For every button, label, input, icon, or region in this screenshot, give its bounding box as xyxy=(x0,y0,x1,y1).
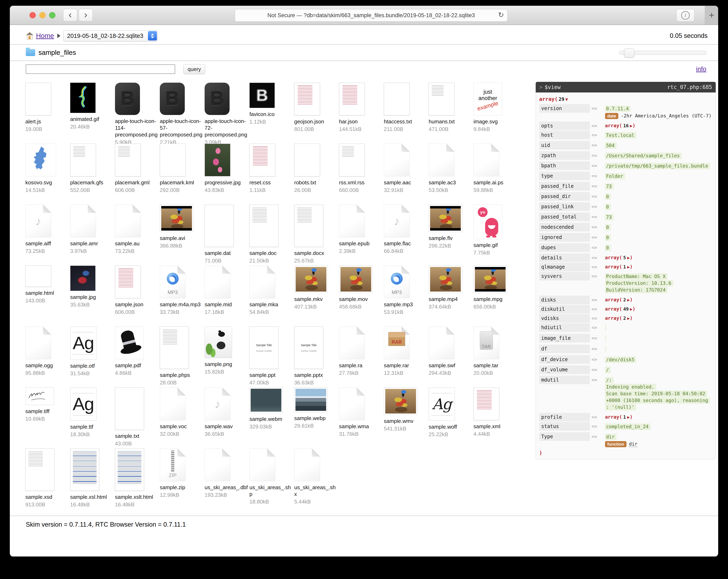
query-button[interactable]: query xyxy=(183,64,205,74)
file-item[interactable]: Bapple-touch-icon-72-precomposed.png3.09… xyxy=(205,83,248,143)
file-item[interactable]: sample.mp4374.64kB xyxy=(428,266,472,326)
file-item[interactable]: sample.ac353.50kB xyxy=(428,143,472,205)
file-item[interactable]: sample.doc21.50kB xyxy=(250,205,293,266)
file-item[interactable]: sample.epub2.39kB xyxy=(339,205,383,266)
new-tab-button[interactable]: + xyxy=(705,6,718,25)
file-item[interactable]: sample.jpg35.63kB xyxy=(70,266,113,326)
file-item[interactable]: har.json144.51kB xyxy=(339,83,383,143)
file-item[interactable]: sample.flv296.22kB xyxy=(428,205,472,266)
file-item[interactable]: Sample TitleSample Subtitlesample.ppt47.… xyxy=(250,326,293,388)
file-item[interactable]: reset.css1.11kB xyxy=(250,143,293,205)
home-link[interactable]: Home xyxy=(36,32,54,40)
file-item[interactable]: animated.gif20.46kB xyxy=(70,83,113,143)
file-item[interactable]: Sample TitleSample Subtitlesample.pptx36… xyxy=(294,326,338,388)
file-item[interactable]: sample.docx25.67kB xyxy=(294,205,338,266)
back-button[interactable]: ‹ xyxy=(63,9,77,21)
file-item[interactable]: sample.avi366.88kB xyxy=(160,205,203,266)
file-item[interactable]: ZIPsample.zip12.99kB xyxy=(160,448,203,509)
file-item[interactable]: TARsample.tar20.00kB xyxy=(473,326,517,388)
file-item[interactable]: alert.js19.00B xyxy=(25,83,69,143)
file-item[interactable]: sample.amr3.97kB xyxy=(70,205,113,266)
file-item[interactable]: MP3sample.m4a.mp333.73kB xyxy=(160,266,203,326)
file-item[interactable]: sample.json606.00B xyxy=(115,266,158,326)
reload-icon[interactable]: ↻ xyxy=(498,11,504,19)
file-item[interactable]: sample.au73.22kB xyxy=(115,205,158,266)
file-item[interactable]: sample.swf294.43kB xyxy=(428,326,472,388)
file-item[interactable]: sample.png15.82kB xyxy=(205,326,248,388)
file-item[interactable]: sample.wmv541.31kB xyxy=(384,388,427,448)
info-link[interactable]: info xyxy=(696,65,706,73)
file-item[interactable]: ♪sample.wav36.65kB xyxy=(205,388,248,448)
file-item[interactable]: humans.txt471.00B xyxy=(428,83,472,143)
file-item[interactable]: geojson.json801.00B xyxy=(294,83,338,143)
file-item[interactable]: sample.xslt.html16.48kB xyxy=(115,448,158,509)
file-item[interactable]: sample.webm329.03kB xyxy=(250,388,293,448)
minimize-window-button[interactable] xyxy=(39,12,46,19)
zoom-window-button[interactable] xyxy=(49,12,55,19)
file-item[interactable]: sample.mka54.84kB xyxy=(250,266,293,326)
array-toggle[interactable]: array(2▶) xyxy=(605,297,633,302)
file-item[interactable]: sample.ra27.76kB xyxy=(339,326,383,388)
array-toggle[interactable]: array(2▶) xyxy=(605,315,633,321)
file-item[interactable]: sample.mpg656.00kB xyxy=(473,266,517,326)
file-item[interactable]: rss.xml.rss660.00B xyxy=(339,143,383,205)
file-item[interactable]: sample.pdf4.86kB xyxy=(115,326,158,388)
file-item[interactable]: sample.tiff10.69kB xyxy=(25,388,69,448)
file-item[interactable]: us_ski_areas_.shx5.44kB xyxy=(294,448,338,509)
close-window-button[interactable] xyxy=(29,12,36,19)
file-item[interactable]: sample.webp29.61kB xyxy=(294,388,338,448)
file-item[interactable]: kosovo.svg14.51kB xyxy=(25,143,69,205)
array-toggle[interactable]: array(1▶) xyxy=(605,414,633,420)
array-toggle[interactable]: array(1▶) xyxy=(605,264,633,269)
file-item[interactable]: placemark.gml606.00B xyxy=(115,143,158,205)
file-item[interactable]: sample.voc32.00kB xyxy=(160,388,203,448)
file-item[interactable]: sample.html143.00B xyxy=(25,266,69,326)
array-toggle[interactable]: array(49▶) xyxy=(605,306,635,312)
file-item[interactable]: Bapple-touch-icon-57-precomposed.png2.21… xyxy=(160,83,203,143)
file-item[interactable]: justanotherexampleimage.svg9.84kB xyxy=(473,83,517,143)
file-item[interactable]: placemark.kml292.00B xyxy=(160,143,203,205)
file-item[interactable]: sample.xml4.44kB xyxy=(473,388,517,448)
file-thumbnail xyxy=(473,143,499,176)
file-item[interactable]: Agsample.otf31.54kB xyxy=(70,326,113,388)
file-item[interactable]: placemark.gfs552.00B xyxy=(70,143,113,205)
file-item[interactable]: Agsample.ttf18.30kB xyxy=(70,388,113,448)
file-item[interactable]: us_ski_areas_.dbf193.23kB xyxy=(205,448,248,509)
file-item[interactable]: Agsample.woff25.22kB xyxy=(428,388,472,448)
array-toggle[interactable]: array(5▶) xyxy=(605,255,633,260)
file-item[interactable]: sample.phps28.00B xyxy=(160,326,203,388)
file-item[interactable]: progressive.jpg43.83kB xyxy=(205,143,248,205)
file-item[interactable]: us_ski_areas_.shp18.80kB xyxy=(250,448,293,509)
file-item[interactable]: ♪sample.aiff73.25kB xyxy=(25,205,69,266)
file-item[interactable]: sample.xsd913.00B xyxy=(25,448,69,509)
collapse-triangle-icon[interactable]: ▼ xyxy=(565,97,568,102)
file-item[interactable]: yosample.gif7.75kB xyxy=(473,205,517,266)
forward-button[interactable]: › xyxy=(79,9,93,21)
file-item[interactable]: sample.mkv407.13kB xyxy=(294,266,338,326)
file-item[interactable]: MP3sample.mp353.91kB xyxy=(384,266,427,326)
file-item[interactable]: sample.wma31.76kB xyxy=(339,388,383,448)
thumbnail-size-slider[interactable] xyxy=(619,49,707,56)
file-item[interactable]: RARsample.rar12.31kB xyxy=(384,326,427,388)
file-item[interactable]: sample.ogg95.88kB xyxy=(25,326,69,388)
address-bar[interactable]: Not Secure — ?db=data/skim/663_sample_fi… xyxy=(235,9,508,22)
array-toggle[interactable]: array(16▶) xyxy=(605,123,635,128)
file-item[interactable]: sample.mov458.68kB xyxy=(339,266,383,326)
expand-triangle-icon: ▶ xyxy=(627,297,630,302)
file-item[interactable]: sample.dat71.00B xyxy=(205,205,248,266)
database-select[interactable]: 2019-05-18_02-18-22.sqlite3 xyxy=(63,30,158,41)
file-size: 73.22kB xyxy=(115,248,158,254)
file-item[interactable]: Bfavicon.ico1.12kB xyxy=(250,83,293,143)
file-item[interactable]: robots.txt26.00B xyxy=(294,143,338,205)
slider-thumb[interactable] xyxy=(624,48,634,58)
file-item[interactable]: ♪sample.flac66.84kB xyxy=(384,205,427,266)
query-input[interactable] xyxy=(26,64,175,74)
file-item[interactable]: Bapple-touch-icon-114-precomposed.png5.9… xyxy=(115,83,158,143)
info-button[interactable]: i xyxy=(676,9,695,22)
file-item[interactable]: sample.txt43.00B xyxy=(115,388,158,448)
file-item[interactable]: sample.xsl.html16.48kB xyxy=(70,448,113,509)
file-item[interactable]: sample.mid17.18kB xyxy=(205,266,248,326)
file-item[interactable]: sample.ai.ps59.88kB xyxy=(473,143,517,205)
file-item[interactable]: htaccess.txt211.00B xyxy=(384,83,427,143)
file-item[interactable]: sample.aac32.91kB xyxy=(384,143,427,205)
